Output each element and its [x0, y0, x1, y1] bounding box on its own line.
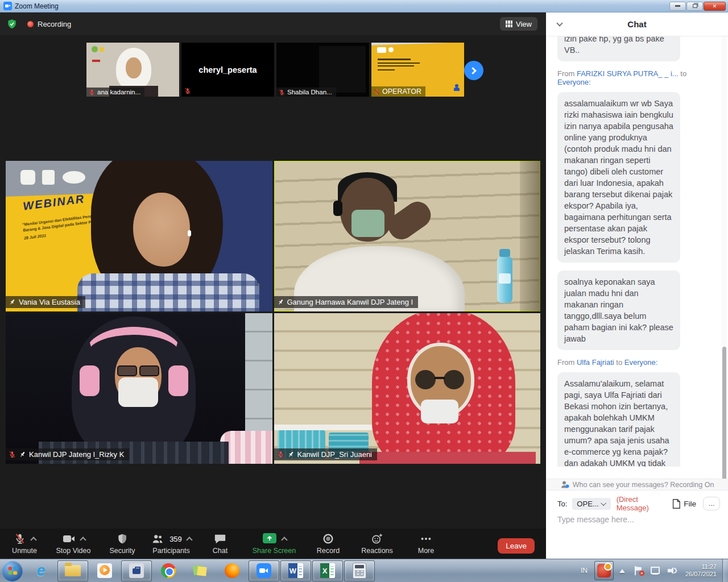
pin-icon: [287, 451, 295, 458]
folder-icon: [65, 565, 81, 576]
window-titlebar: Zoom Meeting ✕: [0, 0, 728, 13]
participant-name-label: ana kadarnin...: [86, 88, 144, 97]
tray-expand-icon[interactable]: [619, 569, 625, 573]
taskbar-excel[interactable]: [312, 560, 343, 581]
taskbar-zoom[interactable]: [249, 560, 279, 581]
media-player-icon: [97, 563, 112, 578]
taskbar-sticky-notes[interactable]: [185, 560, 216, 581]
notes-icon: [193, 563, 208, 578]
language-indicator[interactable]: IN: [574, 567, 594, 575]
speaker-icon[interactable]: [668, 567, 677, 575]
person-glyph-icon: [454, 84, 460, 91]
taskbar-firefox[interactable]: [217, 560, 247, 581]
pin-icon: [277, 298, 284, 306]
logo-decoration: [388, 47, 394, 52]
participant-video[interactable]: Kanwil DJP_Sri Juaeni: [274, 313, 541, 464]
next-page-arrow-button[interactable]: [464, 61, 483, 80]
stop-video-button[interactable]: Stop Video: [49, 533, 98, 555]
chevron-up-icon[interactable]: [30, 537, 36, 543]
slide-text-line: [378, 65, 414, 66]
video-feed-art: [421, 400, 458, 423]
chat-message-list[interactable]: izin pake hp, yg ga bs pake VB.. From FA…: [546, 36, 728, 467]
scrollbar-thumb[interactable]: [722, 347, 726, 483]
participant-name-label: Kanwil DJP Jateng I_Rizky K: [6, 448, 129, 460]
reactions-button[interactable]: Reactions: [353, 533, 402, 555]
taskbar-app[interactable]: [121, 560, 152, 581]
participant-video-active-speaker[interactable]: Ganung Harnawa Kanwil DJP Jateng I: [274, 161, 541, 311]
taskbar-word[interactable]: [280, 560, 311, 581]
minimize-button[interactable]: [669, 2, 686, 11]
view-button[interactable]: View: [500, 17, 537, 31]
collapse-chat-button[interactable]: [557, 21, 563, 27]
recording-dot-icon: [27, 21, 34, 27]
participant-video[interactable]: Kanwil DJP Jateng I_Rizky K: [6, 313, 272, 464]
taskbar-media-player[interactable]: [89, 560, 120, 581]
show-desktop-button[interactable]: [722, 559, 728, 582]
thumbnail-video[interactable]: Shabila Dhan...: [276, 43, 369, 97]
participants-icon: [151, 533, 164, 545]
thumbnail-video[interactable]: ana kadarnin...: [86, 43, 179, 97]
camera-icon: [62, 533, 76, 544]
calculator-icon: [353, 563, 366, 579]
meeting-topbar: Recording View: [0, 13, 546, 35]
participant-name-label: Kanwil DJP_Sri Juaeni: [274, 448, 378, 460]
video-feed-art: [188, 230, 191, 236]
muted-mic-icon: [9, 451, 16, 458]
file-button[interactable]: File: [672, 499, 696, 509]
action-center-flag-icon[interactable]: ✕: [635, 566, 643, 575]
internet-explorer-icon: e: [36, 562, 45, 580]
participants-count: 359: [169, 535, 182, 543]
leave-button[interactable]: Leave: [498, 538, 535, 554]
muted-mic-icon: [184, 88, 191, 94]
start-button[interactable]: [2, 560, 23, 581]
muted-mic-icon: [14, 533, 26, 545]
meeting-window: Recording View ana kadarnin...: [0, 13, 546, 559]
chat-message: Assalamu'alaikum, selamat pagi, saya Ulf…: [557, 372, 680, 467]
logo-decoration: [92, 60, 100, 62]
chevron-up-icon[interactable]: [186, 537, 192, 543]
participant-video[interactable]: WEBINAR "Menilai Urgensi dan Efektifitas…: [6, 161, 272, 311]
message-input[interactable]: Type message here...: [557, 515, 634, 524]
smiley-plus-icon: [370, 533, 384, 545]
close-button[interactable]: ✕: [704, 2, 726, 11]
logo-decoration: [92, 46, 98, 52]
thumbnail-strip: ana kadarnin... cheryl_peserta Shabila D…: [86, 43, 464, 97]
encryption-shield-icon: [7, 18, 17, 30]
taskbar-chrome[interactable]: [153, 560, 184, 581]
thumbnail-video[interactable]: OPERATOR: [371, 43, 464, 97]
restore-button[interactable]: [686, 2, 703, 11]
windows-taskbar: e IN ✕ 11:27 26/07/2021: [0, 559, 728, 582]
chat-button[interactable]: Chat: [196, 533, 245, 555]
share-screen-button[interactable]: Share Screen: [245, 533, 304, 555]
tray-app-button[interactable]: [594, 561, 614, 580]
video-feed-art: [319, 46, 366, 93]
taskbar-clock[interactable]: 11:27 26/07/2021: [681, 563, 722, 578]
chat-message-sender: From FARIZKI SURYA PUTRA_ _ i... to Ever…: [557, 69, 705, 86]
person-privacy-icon: [560, 480, 569, 489]
network-icon[interactable]: [651, 567, 660, 575]
logo-decoration: [63, 171, 85, 184]
chevron-up-icon[interactable]: [281, 537, 287, 543]
logo-decoration: [20, 170, 35, 185]
record-button[interactable]: Record: [304, 533, 353, 555]
chat-message: izin pake hp, yg ga bs pake VB..: [557, 36, 680, 61]
chevron-up-icon[interactable]: [80, 537, 86, 543]
participants-button[interactable]: 359 Participants: [147, 533, 196, 555]
more-button[interactable]: More: [402, 533, 450, 555]
thumbnail-video[interactable]: cheryl_peserta: [181, 43, 274, 97]
security-button[interactable]: Security: [98, 533, 147, 555]
taskbar-calculator[interactable]: [344, 560, 375, 581]
video-feed-art: [80, 365, 100, 396]
recording-indicator[interactable]: Recording: [27, 20, 71, 28]
zoom-icon: [257, 563, 271, 578]
unmute-button[interactable]: Unmute: [0, 533, 49, 555]
video-grid: WEBINAR "Menilai Urgensi dan Efektifitas…: [6, 161, 540, 464]
participant-name-label: Shabila Dhan...: [276, 88, 336, 97]
chat-more-button[interactable]: ...: [703, 497, 720, 510]
taskbar-internet-explorer[interactable]: e: [26, 560, 56, 581]
taskbar-file-explorer[interactable]: [57, 560, 88, 581]
muted-mic-icon: [277, 451, 284, 458]
slide-text-line: [378, 59, 411, 60]
pin-icon: [19, 451, 26, 458]
recipient-dropdown[interactable]: OPE...: [572, 498, 610, 510]
